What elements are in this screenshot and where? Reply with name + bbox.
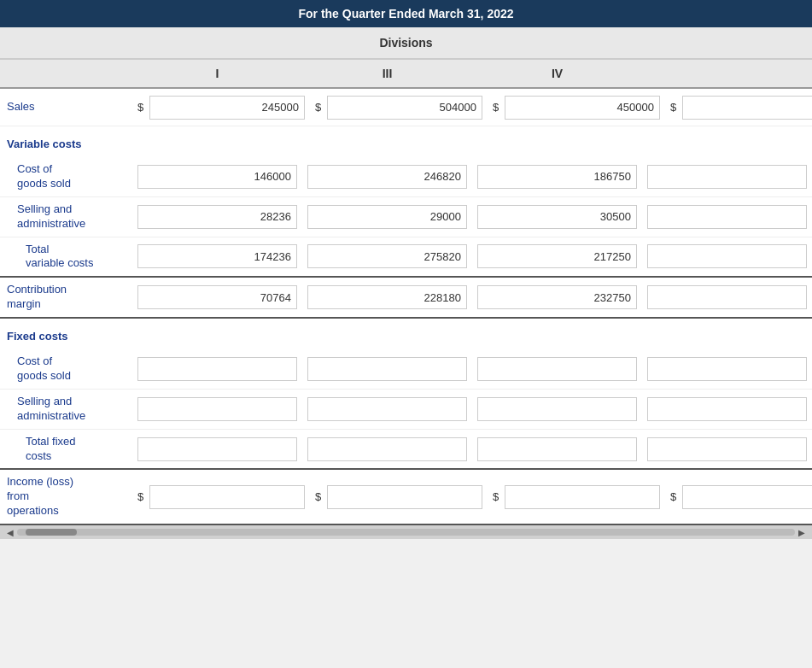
var-selling-I-cell [132, 202, 302, 232]
contrib-I-input[interactable] [137, 285, 297, 309]
contrib-IV-cell [472, 282, 642, 313]
divisions-header: Divisions [0, 27, 812, 60]
fixed-selling-IV-input[interactable] [477, 397, 637, 421]
dollar-sign-income-total: $ [670, 490, 679, 503]
total-fixed-IV-cell [472, 434, 642, 465]
scroll-right-arrow[interactable]: ▶ [795, 525, 809, 539]
fixed-cogs-I-cell [132, 354, 302, 384]
income-IV-input[interactable] [505, 485, 660, 509]
sales-label: Sales [0, 95, 132, 120]
income-total-input[interactable] [682, 485, 812, 509]
fixed-cogs-III-input[interactable] [307, 357, 467, 381]
var-cogs-IV-cell [472, 161, 642, 192]
contrib-total-input[interactable] [647, 285, 807, 309]
scrollbar-thumb[interactable] [26, 529, 77, 536]
var-selling-total-input[interactable] [647, 205, 807, 229]
var-selling-IV-input[interactable] [477, 205, 637, 229]
scrollbar-track [17, 529, 795, 536]
total-var-I-cell [132, 241, 302, 272]
fixed-cogs-III-cell [302, 354, 472, 384]
dollar-sign-sales-I: $ [137, 101, 146, 114]
dollar-sign-income-IV: $ [493, 490, 501, 503]
col-header-I: I [132, 67, 302, 80]
income-loss-row: Income (loss) from operations $ $ $ $ [0, 470, 812, 525]
sales-III-cell: $ [310, 92, 488, 123]
scrollbar[interactable]: ◀ ▶ [0, 525, 812, 539]
total-fixed-total-cell [642, 434, 812, 465]
fixed-selling-III-input[interactable] [307, 397, 467, 421]
income-loss-label: Income (loss) from operations [0, 470, 132, 524]
income-I-input[interactable] [149, 485, 305, 509]
fixed-cogs-IV-cell [472, 354, 642, 384]
total-variable-label: Total variable costs [0, 237, 132, 277]
fixed-selling-total-cell [642, 394, 812, 425]
variable-costs-header-row: Variable costs [0, 126, 812, 157]
fixed-selling-IV-cell [472, 394, 642, 425]
var-cogs-total-input[interactable] [647, 165, 807, 189]
var-cogs-I-input[interactable] [137, 165, 297, 189]
var-cogs-III-input[interactable] [307, 165, 467, 189]
sales-total-cell: $ [665, 92, 812, 123]
income-III-input[interactable] [327, 485, 482, 509]
var-cogs-total-cell [642, 161, 812, 192]
sales-III-input[interactable] [327, 96, 482, 120]
income-IV-cell: $ [488, 482, 665, 513]
fixed-costs-label: Fixed costs [0, 323, 132, 346]
contrib-III-input[interactable] [307, 285, 467, 309]
sales-IV-input[interactable] [505, 96, 660, 120]
total-var-total-cell [642, 241, 812, 272]
contribution-margin-row: Contribution margin [0, 278, 812, 319]
total-var-I-input[interactable] [137, 244, 297, 268]
var-selling-III-input[interactable] [307, 205, 467, 229]
total-fixed-I-input[interactable] [137, 437, 297, 461]
total-var-IV-input[interactable] [477, 244, 637, 268]
column-headers: I III IV [0, 60, 812, 89]
variable-cogs-label: Cost of goods sold [0, 157, 132, 196]
scroll-left-arrow[interactable]: ◀ [3, 525, 17, 539]
fixed-selling-label: Selling and administrative [0, 390, 132, 429]
col-header-total [642, 67, 812, 80]
fixed-cogs-I-input[interactable] [137, 357, 297, 381]
sales-I-cell: $ [132, 92, 310, 123]
dollar-sign-sales-total: $ [670, 101, 679, 114]
dollar-sign-sales-III: $ [315, 101, 324, 114]
fixed-cogs-total-cell [642, 354, 812, 384]
report-container: For the Quarter Ended March 31, 2022 Div… [0, 0, 812, 539]
total-fixed-III-input[interactable] [307, 437, 467, 461]
fixed-cogs-row: Cost of goods sold [0, 349, 812, 390]
fixed-selling-III-cell [302, 394, 472, 425]
contrib-IV-input[interactable] [477, 285, 637, 309]
sales-I-input[interactable] [149, 96, 305, 120]
contribution-margin-label: Contribution margin [0, 278, 132, 317]
dollar-sign-sales-IV: $ [493, 101, 501, 114]
fixed-selling-I-input[interactable] [137, 397, 297, 421]
sales-row: Sales $ $ $ $ [0, 89, 812, 126]
var-selling-I-input[interactable] [137, 205, 297, 229]
fixed-cogs-IV-input[interactable] [477, 357, 637, 381]
variable-selling-label: Selling and administrative [0, 197, 132, 237]
total-var-IV-cell [472, 241, 642, 272]
var-cogs-III-cell [302, 161, 472, 192]
var-cogs-IV-input[interactable] [477, 165, 637, 189]
total-fixed-IV-input[interactable] [477, 437, 637, 461]
fixed-selling-row: Selling and administrative [0, 390, 812, 430]
variable-cogs-row: Cost of goods sold [0, 157, 812, 197]
total-fixed-III-cell [302, 434, 472, 465]
fixed-cogs-label: Cost of goods sold [0, 349, 132, 389]
total-var-III-input[interactable] [307, 244, 467, 268]
fixed-selling-total-input[interactable] [647, 397, 807, 421]
contrib-I-cell [132, 282, 302, 313]
total-var-total-input[interactable] [647, 244, 807, 268]
var-selling-IV-cell [472, 202, 642, 232]
total-fixed-total-input[interactable] [647, 437, 807, 461]
total-var-III-cell [302, 241, 472, 272]
total-fixed-label: Total fixed costs [0, 430, 132, 469]
var-selling-III-cell [302, 202, 472, 232]
total-fixed-I-cell [132, 434, 302, 465]
sales-total-input[interactable] [682, 96, 812, 120]
var-selling-total-cell [642, 202, 812, 232]
col-header-IV: IV [472, 67, 642, 80]
table-body: Sales $ $ $ $ Variable costs [0, 89, 812, 525]
fixed-cogs-total-input[interactable] [647, 357, 807, 381]
total-fixed-row: Total fixed costs [0, 430, 812, 471]
